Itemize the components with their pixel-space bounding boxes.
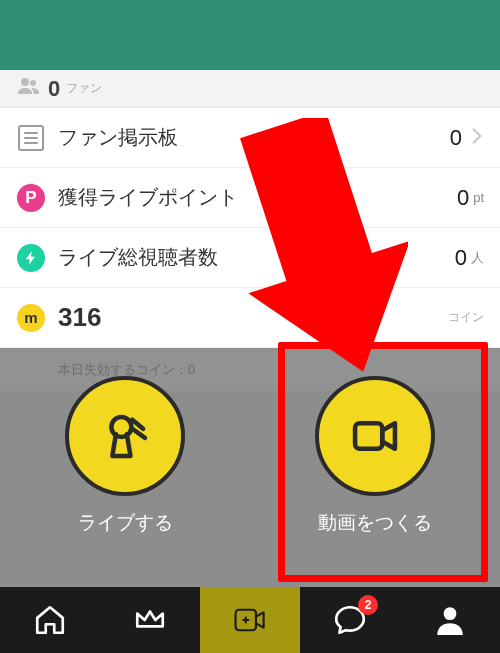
go-live-label: ライブする (78, 510, 173, 536)
nav-profile[interactable] (400, 587, 500, 653)
create-overlay: 動画一覧 0 件 まだ動画がありません ファン一覧 0 人 (0, 348, 500, 587)
keyhole-bolt-icon (65, 376, 185, 496)
row-unit: 人 (471, 249, 484, 267)
crown-icon (133, 603, 167, 637)
coin-icon: m (17, 304, 45, 332)
nav-home[interactable] (0, 587, 100, 653)
row-unit: pt (473, 190, 484, 205)
viewers-icon (17, 244, 45, 272)
svg-point-4 (444, 607, 457, 620)
add-video-icon (233, 603, 267, 637)
row-value: 0 (457, 185, 469, 211)
row-value: 0 (450, 125, 462, 151)
profile-icon (433, 603, 467, 637)
home-icon (33, 603, 67, 637)
fan-list-count: 0 人 (100, 561, 129, 582)
board-icon (18, 125, 44, 151)
fans-icon (16, 75, 40, 103)
bottom-nav: 2 (0, 587, 500, 653)
chevron-right-icon (470, 127, 484, 149)
fan-count-label: ファン (66, 80, 102, 97)
fan-list-label: ファン一覧 (16, 561, 96, 582)
go-live-button[interactable]: ライブする (65, 376, 185, 536)
fan-count-value: 0 (48, 76, 60, 102)
fan-count-bar: 0 ファン (0, 70, 500, 108)
svg-marker-2 (238, 118, 408, 398)
annotation-arrow (238, 118, 408, 422)
coin-unit: コイン (448, 309, 484, 326)
header-bar (0, 0, 500, 70)
nav-ranking[interactable] (100, 587, 200, 653)
nav-create[interactable] (200, 587, 300, 653)
nav-messages[interactable]: 2 (300, 587, 400, 653)
points-icon: P (17, 184, 45, 212)
row-value: 0 (455, 245, 467, 271)
notification-badge: 2 (358, 595, 378, 615)
